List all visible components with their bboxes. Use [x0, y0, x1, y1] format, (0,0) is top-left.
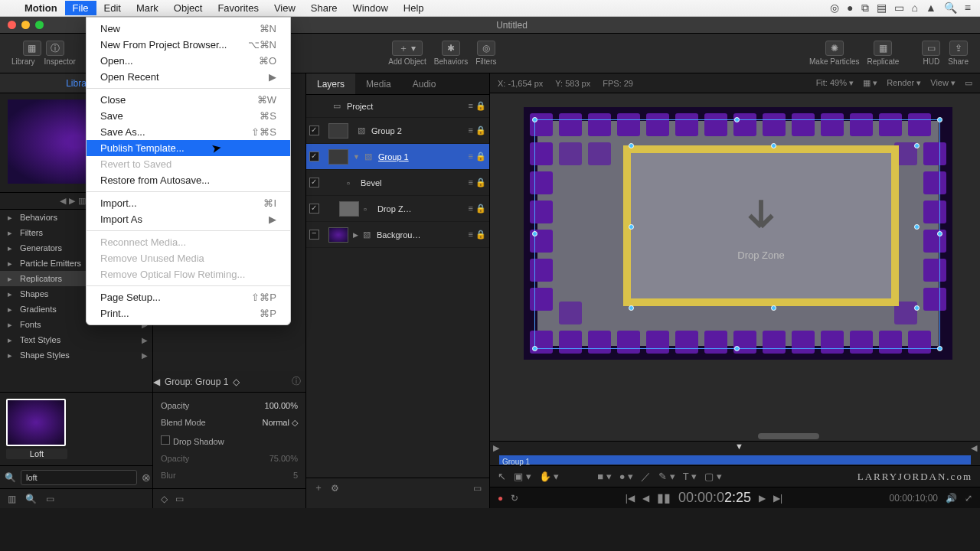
layout-icon[interactable]: ▥	[8, 494, 16, 504]
make-particles-button[interactable]: ✺	[825, 41, 844, 56]
layer-visibility-checkbox[interactable]	[309, 152, 319, 161]
panel-icon[interactable]: ▭	[46, 494, 54, 504]
file-menu-restore-from-autosave-[interactable]: Restore from Autosave...	[87, 172, 290, 188]
menu-window[interactable]: Window	[345, 1, 396, 15]
hud-button[interactable]: ▭	[922, 41, 940, 56]
inspector-icon[interactable]: ⓘ	[46, 41, 64, 56]
canvas-viewport[interactable]: Drop Zone	[490, 93, 980, 441]
share-button[interactable]: ⇪	[949, 41, 968, 56]
list-icon[interactable]: ≡	[965, 2, 971, 15]
crop-tool[interactable]: ▣ ▾	[514, 471, 531, 482]
loop-button[interactable]: ↻	[511, 493, 518, 504]
file-menu-new-from-project-browser-[interactable]: New From Project Browser...⌥⌘N	[87, 37, 290, 53]
dropbox-icon[interactable]: ⧉	[861, 2, 869, 15]
opacity-value[interactable]: 100.00%	[265, 401, 298, 410]
layer-row-project[interactable]: ▭Project≡ 🔒	[306, 95, 489, 118]
mini-timeline[interactable]: ▶ ▼ ◀ Group 1	[490, 441, 980, 465]
behaviors-button[interactable]: ✱	[442, 41, 460, 56]
file-menu-save[interactable]: Save⌘S	[87, 108, 290, 124]
circle-tool[interactable]: ● ▾	[619, 471, 633, 482]
dropshadow-checkbox[interactable]	[161, 435, 170, 445]
library-category-text-styles[interactable]: ▸Text Styles▶	[0, 332, 152, 347]
layer-visibility-checkbox[interactable]	[309, 126, 319, 135]
info-icon[interactable]: ⓘ	[292, 375, 301, 388]
pen-tool[interactable]: ✎ ▾	[658, 471, 675, 482]
file-menu-close[interactable]: Close⌘W	[87, 92, 290, 108]
tab-media[interactable]: Media	[355, 73, 402, 94]
hand-tool[interactable]: ✋ ▾	[539, 471, 560, 482]
menu-help[interactable]: Help	[396, 1, 432, 15]
add-object-button[interactable]: ＋ ▾	[392, 41, 423, 56]
fit-value[interactable]: 49%	[830, 78, 847, 87]
filter-layers-icon[interactable]: ⚙	[331, 483, 339, 494]
airplay-icon[interactable]: ⌂	[912, 2, 918, 15]
render-menu[interactable]: Render ▾	[887, 78, 921, 88]
file-menu-save-as-[interactable]: Save As...⇧⌘S	[87, 124, 290, 140]
menu-mark[interactable]: Mark	[129, 1, 166, 15]
prev-frame-button[interactable]: ◀	[642, 493, 649, 504]
record-button[interactable]: ●	[498, 493, 503, 504]
keyframe-icon[interactable]: ◇	[161, 494, 168, 504]
tab-audio[interactable]: Audio	[402, 73, 447, 94]
layer-options-icon[interactable]: ▭	[473, 483, 482, 494]
replicate-button[interactable]: ▦	[874, 41, 892, 56]
view-menu[interactable]: View ▾	[930, 78, 956, 88]
minimize-window-button[interactable]	[21, 21, 30, 29]
screen-icon[interactable]: ▭	[894, 2, 904, 15]
menu-file[interactable]: File	[65, 1, 96, 15]
rect-tool[interactable]: ■ ▾	[597, 471, 611, 482]
search-icon-2[interactable]: 🔍	[25, 494, 37, 504]
file-menu-open-[interactable]: Open...⌘O	[87, 53, 290, 69]
layer-visibility-checkbox[interactable]	[309, 230, 319, 240]
fullscreen-button[interactable]: ⤢	[965, 493, 972, 504]
spotlight-icon[interactable]: 🔍	[944, 2, 957, 15]
audio-button[interactable]: 🔊	[946, 493, 957, 504]
shadow-blur-value[interactable]: 5	[293, 471, 298, 480]
file-menu-import-[interactable]: Import...⌘I	[87, 195, 290, 211]
file-menu-print-[interactable]: Print...⌘P	[87, 305, 290, 321]
menu-app[interactable]: Motion	[17, 1, 65, 15]
library-category-shape-styles[interactable]: ▸Shape Styles▶	[0, 347, 152, 363]
go-end-button[interactable]: ▶|	[773, 493, 782, 504]
layer-row-group-2[interactable]: ▧Group 2≡ 🔒	[306, 118, 489, 144]
menu-edit[interactable]: Edit	[96, 1, 129, 15]
file-menu-import-as[interactable]: Import As▶	[87, 211, 290, 227]
file-menu-new[interactable]: New⌘N	[87, 21, 290, 37]
calendar-icon[interactable]: ▤	[877, 2, 887, 15]
viewport-layout-icon[interactable]: ▭	[965, 78, 972, 88]
line-tool[interactable]: ／	[641, 470, 651, 484]
layer-visibility-checkbox[interactable]	[309, 204, 319, 214]
library-search-input[interactable]	[21, 470, 137, 485]
inspector-title[interactable]: Group: Group 1	[165, 377, 228, 387]
preset-loft[interactable]: Loft	[6, 399, 67, 459]
menu-object[interactable]: Object	[166, 1, 211, 15]
menu-share[interactable]: Share	[303, 1, 345, 15]
go-start-button[interactable]: |◀	[626, 493, 635, 504]
status-dot-icon[interactable]: ●	[847, 2, 853, 15]
play-button[interactable]: ▮▮	[657, 491, 671, 505]
menu-view[interactable]: View	[266, 1, 303, 15]
color-channel-button[interactable]: ▦ ▾	[863, 78, 877, 88]
menu-favorites[interactable]: Favorites	[210, 1, 266, 15]
layer-row-bevel[interactable]: ▫Bevel≡ 🔒	[306, 170, 489, 196]
layer-visibility-checkbox[interactable]	[309, 178, 319, 187]
shadow-opacity-value[interactable]: 75.00%	[270, 454, 298, 463]
close-window-button[interactable]	[8, 21, 16, 29]
clear-search-button[interactable]: ⊗	[142, 471, 151, 484]
tab-layers[interactable]: Layers	[306, 73, 355, 94]
timeline-panel-icon[interactable]: ▭	[175, 494, 184, 504]
timecode-display[interactable]: 00:00:02:25	[678, 490, 751, 506]
layer-row-drop-z-[interactable]: ▫Drop Z…≡ 🔒	[306, 196, 489, 222]
canvas-h-scrollbar[interactable]	[498, 433, 972, 439]
add-layer-button[interactable]: ＋	[314, 481, 323, 494]
nav-fwd-button[interactable]: ▶	[69, 196, 75, 206]
file-menu-open-recent[interactable]: Open Recent▶	[87, 69, 290, 85]
selection-box[interactable]	[534, 119, 940, 349]
filters-button[interactable]: ◎	[477, 41, 495, 56]
file-menu-page-setup-[interactable]: Page Setup...⇧⌘P	[87, 289, 290, 305]
zoom-window-button[interactable]	[35, 21, 44, 29]
arrow-tool[interactable]: ↖	[498, 471, 506, 482]
eject-icon[interactable]: ▲	[926, 2, 936, 15]
next-frame-button[interactable]: ▶	[759, 493, 766, 504]
layer-row-backgrou-[interactable]: ▶▧Backgrou…≡ 🔒	[306, 222, 489, 248]
